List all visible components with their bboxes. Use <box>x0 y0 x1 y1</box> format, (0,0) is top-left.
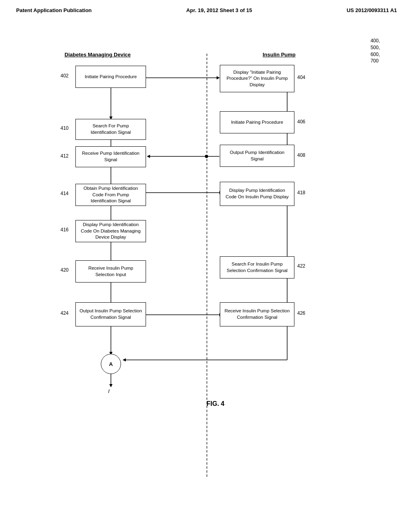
label-408: 408 <box>297 152 305 158</box>
col-label-right: Insulin Pump <box>239 52 319 58</box>
label-402: 402 <box>60 73 69 79</box>
box-408: Output Pump Identification Signal <box>220 145 294 167</box>
box-412: Receive Pump Identification Signal <box>75 146 146 167</box>
label-404: 404 <box>297 75 305 80</box>
label-414: 414 <box>60 191 69 196</box>
ref-600: 600, <box>371 51 380 58</box>
header-right: US 2012/0093311 A1 <box>346 7 397 13</box>
label-416: 416 <box>60 227 69 233</box>
label-422: 422 <box>297 263 305 269</box>
box-418: Display Pump Identification Code On Insu… <box>220 182 294 206</box>
label-420: 420 <box>60 267 69 273</box>
box-410: Search For Pump Identification Signal <box>75 119 146 140</box>
box-404: Display "Initiate Pairing Procedure?" On… <box>220 65 294 92</box>
ref-numbers: 400, 500, 600, 700 <box>371 37 380 64</box>
svg-marker-10 <box>147 155 150 158</box>
circle-a: A <box>101 354 121 374</box>
box-414: Obtain Pump Identification Code From Pum… <box>75 184 146 206</box>
ref-700: 700 <box>371 58 380 64</box>
ref-500: 500, <box>371 44 380 51</box>
header-center: Apr. 19, 2012 Sheet 3 of 15 <box>186 7 252 13</box>
box-424: Output Insulin Pump Selection Confirmati… <box>75 302 146 326</box>
svg-marker-35 <box>123 358 126 362</box>
page-header: Patent Application Publication Apr. 19, … <box>0 0 413 13</box>
box-420: Receive Insulin Pump Selection Input <box>75 260 146 283</box>
label-410: 410 <box>60 125 69 131</box>
header-left: Patent Application Publication <box>16 7 92 13</box>
box-406: Initiate Pairing Procedure <box>220 111 294 133</box>
box-416: Display Pump Identification Code On Diab… <box>75 220 146 242</box>
label-406: 406 <box>297 119 305 125</box>
col-label-left: Diabetes Managing Device <box>57 52 138 58</box>
ref-400: 400, <box>371 37 380 44</box>
box-402: Initiate Pairing Procedure <box>75 66 146 88</box>
svg-marker-37 <box>109 384 113 387</box>
fig-label: FIG. 4 <box>206 400 224 407</box>
svg-marker-1 <box>217 76 220 79</box>
diagram-area: 400, 500, 600, 700 Diabetes Managing Dev… <box>33 37 380 505</box>
terminal-i: I <box>108 388 110 394</box>
label-426: 426 <box>297 310 305 316</box>
label-418: 418 <box>297 190 305 195</box>
box-426: Receive Insulin Pump Selection Confirmat… <box>220 302 294 326</box>
center-divider <box>206 54 207 477</box>
box-422: Search For Insulin Pump Selection Confir… <box>220 256 294 278</box>
label-412: 412 <box>60 153 69 159</box>
label-424: 424 <box>60 310 69 316</box>
